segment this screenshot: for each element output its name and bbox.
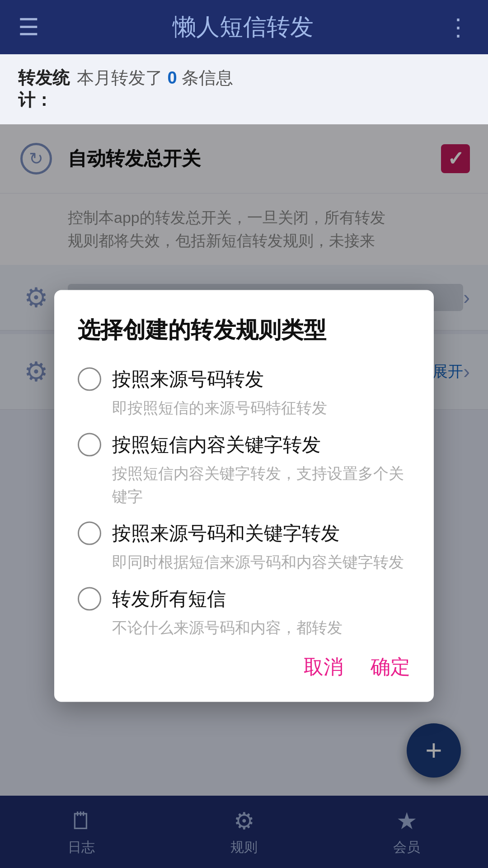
radio-desc-by-source: 即按照短信的来源号码特征转发: [112, 396, 410, 420]
radio-label-forward-all: 转发所有短信: [112, 586, 226, 612]
radio-option-forward-all[interactable]: 转发所有短信: [78, 586, 410, 612]
app-page: ☰ 懒人短信转发 ⋮ 转发统计： 本月转发了 0 条信息 ↻ 自动转发总开关 控…: [0, 0, 488, 868]
radio-desc-by-keyword: 按照短信内容关键字转发，支持设置多个关键字: [112, 462, 410, 508]
radio-circle-by-keyword: [78, 433, 101, 457]
stats-text: 本月转发了 0 条信息: [77, 67, 233, 89]
rule-type-dialog: 选择创建的转发规则类型 按照来源号码转发 即按照短信的来源号码特征转发 按照短信…: [54, 290, 434, 702]
radio-option-by-source[interactable]: 按照来源号码转发: [78, 367, 410, 392]
radio-desc-by-source-keyword: 即同时根据短信来源号码和内容关键字转发: [112, 551, 410, 574]
radio-label-by-source-keyword: 按照来源号码和关键字转发: [112, 521, 340, 546]
confirm-button[interactable]: 确定: [371, 654, 410, 680]
stats-prefix: 本月转发了: [77, 68, 163, 87]
radio-label-by-keyword: 按照短信内容关键字转发: [112, 432, 321, 458]
cancel-button[interactable]: 取消: [304, 654, 343, 680]
stats-label: 转发统计：: [18, 67, 70, 112]
radio-desc-forward-all: 不论什么来源号码和内容，都转发: [112, 616, 410, 639]
app-title: 懒人短信转发: [173, 11, 314, 43]
header: ☰ 懒人短信转发 ⋮: [0, 0, 488, 54]
dialog-actions: 取消 确定: [78, 654, 410, 680]
radio-label-by-source: 按照来源号码转发: [112, 367, 264, 392]
dialog-title: 选择创建的转发规则类型: [78, 316, 410, 345]
radio-circle-by-source: [78, 368, 101, 391]
radio-option-by-keyword[interactable]: 按照短信内容关键字转发: [78, 432, 410, 458]
stats-count: 0: [168, 68, 177, 87]
radio-option-by-source-keyword[interactable]: 按照来源号码和关键字转发: [78, 521, 410, 546]
stats-suffix: 条信息: [182, 68, 233, 87]
more-icon[interactable]: ⋮: [446, 14, 470, 41]
stats-bar: 转发统计： 本月转发了 0 条信息: [0, 54, 488, 124]
radio-circle-forward-all: [78, 587, 101, 611]
bg-content: ↻ 自动转发总开关 控制本app的转发总开关，一旦关闭，所有转发 规则都将失效，…: [0, 124, 488, 868]
menu-icon[interactable]: ☰: [18, 15, 39, 39]
radio-circle-by-source-keyword: [78, 522, 101, 545]
